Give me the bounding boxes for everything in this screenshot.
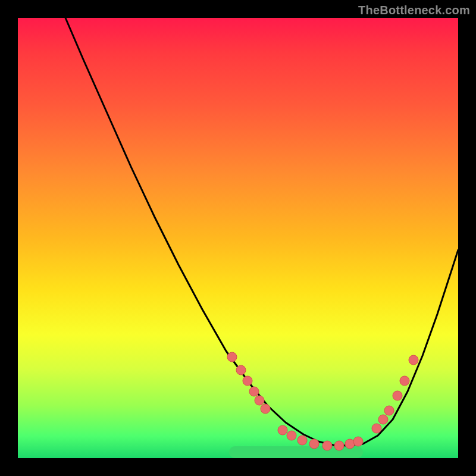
data-marker bbox=[384, 406, 394, 415]
watermark-text: TheBottleneck.com bbox=[358, 4, 470, 17]
data-marker bbox=[249, 387, 259, 396]
data-marker bbox=[393, 391, 402, 400]
data-marker bbox=[378, 415, 388, 424]
data-marker bbox=[236, 365, 246, 375]
data-marker bbox=[409, 355, 418, 365]
data-marker bbox=[298, 436, 307, 445]
marker-group bbox=[227, 352, 418, 450]
data-marker bbox=[309, 439, 319, 449]
data-marker bbox=[400, 376, 409, 386]
data-marker bbox=[345, 439, 355, 449]
chart-stage: TheBottleneck.com bbox=[0, 0, 476, 476]
data-marker bbox=[353, 437, 363, 446]
data-marker bbox=[243, 376, 252, 386]
data-marker bbox=[227, 352, 237, 362]
chart-overlay bbox=[18, 18, 458, 458]
data-marker bbox=[255, 396, 264, 405]
data-marker bbox=[287, 431, 296, 440]
curve-line bbox=[65, 18, 458, 446]
data-marker bbox=[261, 404, 270, 414]
data-marker bbox=[278, 425, 287, 435]
data-marker bbox=[372, 424, 381, 433]
data-marker bbox=[322, 441, 332, 450]
plot-area bbox=[18, 18, 458, 458]
data-marker bbox=[334, 441, 344, 450]
